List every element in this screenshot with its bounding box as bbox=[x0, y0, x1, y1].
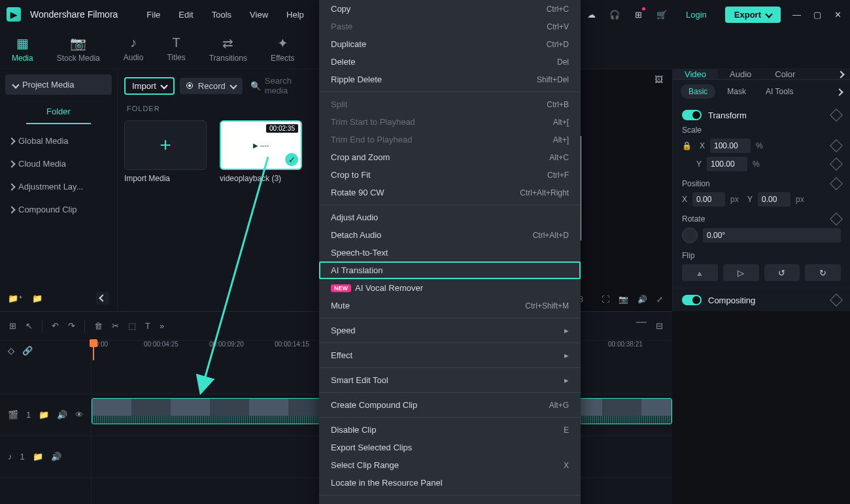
scale-x-input[interactable] bbox=[710, 139, 751, 153]
tab-video-props[interactable]: Video bbox=[673, 69, 718, 79]
ctx-smart-edit[interactable]: Smart Edit Tool▸ bbox=[319, 371, 581, 389]
keyframe-diamond-icon[interactable] bbox=[830, 109, 843, 122]
crop-icon[interactable]: ⬚ bbox=[128, 321, 136, 331]
ctx-crop-zoom[interactable]: Crop and ZoomAlt+C bbox=[319, 148, 581, 166]
apps-icon[interactable]: ⊞ bbox=[632, 8, 644, 20]
ctx-copy[interactable]: CopyCtrl+C bbox=[319, 0, 581, 18]
ctx-effect[interactable]: Effect▸ bbox=[319, 346, 581, 364]
scale-y-input[interactable] bbox=[707, 157, 747, 171]
compositing-toggle[interactable] bbox=[682, 295, 702, 305]
ctx-enable-snapping[interactable]: ✓Enable Timeline SnappingN bbox=[319, 499, 581, 504]
ctx-create-compound[interactable]: Create Compound ClipAlt+G bbox=[319, 396, 581, 414]
subtab-ai[interactable]: AI Tools bbox=[758, 84, 801, 99]
rotate-ccw-button[interactable]: ↺ bbox=[764, 264, 800, 281]
minimize-icon[interactable]: — bbox=[792, 10, 802, 19]
preview-image-icon[interactable]: 🖼 bbox=[654, 75, 663, 84]
snapshot-icon[interactable]: 📷 bbox=[619, 295, 628, 304]
export-button[interactable]: Export bbox=[725, 7, 781, 23]
cursor-icon[interactable]: ↖ bbox=[26, 321, 33, 331]
close-icon[interactable]: ✕ bbox=[834, 10, 843, 19]
menu-view[interactable]: View bbox=[250, 10, 268, 20]
flip-v-button[interactable]: ▷ bbox=[723, 264, 759, 281]
tab-effects[interactable]: ✦Effects bbox=[271, 35, 294, 63]
collapse-sidebar[interactable] bbox=[96, 292, 109, 305]
ctx-delete[interactable]: DeleteDel bbox=[319, 53, 581, 71]
ctx-speech-to-text[interactable]: Speech-to-Text bbox=[319, 244, 581, 261]
volume-icon[interactable]: 🔊 bbox=[57, 410, 67, 420]
maximize-icon[interactable]: ▢ bbox=[813, 10, 823, 19]
layout-icon[interactable]: ⊟ bbox=[656, 321, 663, 331]
tab-media[interactable]: ▦Media bbox=[12, 35, 33, 63]
ctx-ai-vocal-remover[interactable]: NEWAI Vocal Remover bbox=[319, 279, 581, 297]
lock-icon[interactable]: 🔒 bbox=[682, 141, 692, 150]
ctx-duplicate[interactable]: DuplicateCtrl+D bbox=[319, 35, 581, 53]
headphones-icon[interactable]: 🎧 bbox=[609, 8, 620, 20]
ctx-rotate-90[interactable]: Rotate 90 CWCtrl+Alt+Right bbox=[319, 184, 581, 201]
menu-edit[interactable]: Edit bbox=[178, 10, 193, 20]
video-track-label[interactable]: 🎬1 📁 🔊 👁 bbox=[0, 394, 91, 436]
pos-y-input[interactable] bbox=[758, 192, 790, 207]
cart-icon[interactable]: 🛒 bbox=[656, 8, 668, 20]
import-media-tile[interactable]: + Import Media bbox=[124, 120, 207, 183]
import-button[interactable]: Import bbox=[124, 77, 175, 95]
login-button[interactable]: Login bbox=[679, 7, 713, 22]
menu-file[interactable]: File bbox=[146, 10, 160, 20]
pos-x-input[interactable] bbox=[692, 192, 725, 207]
audio-track-label[interactable]: ♪1 📁 🔊 bbox=[0, 436, 91, 478]
ctx-disable-clip[interactable]: Disable ClipE bbox=[319, 421, 581, 439]
transform-toggle[interactable] bbox=[682, 110, 702, 120]
keyframe-diamond-icon[interactable] bbox=[830, 139, 843, 152]
tab-audio-props[interactable]: Audio bbox=[718, 69, 763, 79]
sidebar-item-cloud[interactable]: Cloud Media bbox=[0, 152, 117, 175]
rotate-input[interactable] bbox=[703, 228, 841, 243]
tab-titles[interactable]: TTitles bbox=[167, 35, 185, 62]
cloud-icon[interactable]: ☁ bbox=[585, 8, 597, 20]
sidebar-item-compound[interactable]: Compound Clip bbox=[0, 198, 117, 221]
ctx-speed[interactable]: Speed▸ bbox=[319, 322, 581, 339]
mixer-icon[interactable]: ⎺⎺ bbox=[636, 321, 647, 331]
ctx-ripple-delete[interactable]: Ripple DeleteShift+Del bbox=[319, 71, 581, 88]
ctx-select-range[interactable]: Select Clip RangeX bbox=[319, 456, 581, 474]
cut-icon[interactable]: ✂ bbox=[112, 321, 119, 331]
text-icon[interactable]: T bbox=[145, 321, 150, 331]
flip-h-button[interactable]: ⟁ bbox=[682, 264, 718, 281]
ctx-detach-audio[interactable]: Detach AudioCtrl+Alt+D bbox=[319, 226, 581, 244]
screen-icon[interactable]: ⛶ bbox=[602, 295, 609, 304]
tab-color-props[interactable]: Color bbox=[763, 69, 807, 79]
search-input[interactable]: 🔍 Search media bbox=[250, 76, 313, 95]
volume-icon[interactable]: 🔊 bbox=[51, 452, 61, 462]
rotate-cw-button[interactable]: ↻ bbox=[805, 264, 841, 281]
menu-tools[interactable]: Tools bbox=[212, 10, 231, 20]
undo-icon[interactable]: ↶ bbox=[52, 321, 59, 331]
marker-icon[interactable]: ◇ bbox=[8, 346, 14, 356]
grid-icon[interactable]: ⊞ bbox=[9, 321, 16, 331]
fullscreen-icon[interactable]: ⤢ bbox=[656, 295, 663, 304]
more-icon[interactable]: » bbox=[160, 321, 164, 331]
ctx-ai-translation[interactable]: AI Translation bbox=[319, 261, 581, 279]
redo-icon[interactable]: ↷ bbox=[68, 321, 75, 331]
keyframe-diamond-icon[interactable] bbox=[830, 212, 843, 226]
ctx-crop-fit[interactable]: Crop to FitCtrl+F bbox=[319, 166, 581, 184]
tab-stock[interactable]: 📷Stock Media bbox=[57, 35, 100, 63]
chevron-right-icon[interactable] bbox=[837, 87, 842, 97]
ctx-mute[interactable]: MuteCtrl+Shift+M bbox=[319, 297, 581, 314]
subtab-basic[interactable]: Basic bbox=[681, 84, 715, 99]
folder-icon[interactable]: 📁 bbox=[32, 294, 42, 303]
sidebar-item-global[interactable]: Global Media bbox=[0, 129, 117, 152]
volume-icon[interactable]: 🔊 bbox=[638, 295, 647, 304]
keyframe-diamond-icon[interactable] bbox=[830, 177, 843, 190]
folder-icon[interactable]: 📁 bbox=[33, 452, 43, 462]
ctx-adjust-audio[interactable]: Adjust Audio bbox=[319, 209, 581, 226]
tab-audio[interactable]: ♪Audio bbox=[124, 35, 144, 62]
playhead[interactable] bbox=[93, 341, 94, 360]
rotate-dial[interactable] bbox=[682, 227, 698, 243]
sidebar-item-adjustment[interactable]: Adjustment Lay... bbox=[0, 175, 117, 198]
media-clip-1[interactable]: 00:02:35 ▶ ---- ✓ videoplayback (3) bbox=[220, 120, 302, 183]
eye-icon[interactable]: 👁 bbox=[75, 410, 84, 420]
chevron-right-icon[interactable] bbox=[832, 69, 850, 79]
tab-transitions[interactable]: ⇄Transitions bbox=[209, 35, 247, 63]
delete-icon[interactable]: 🗑 bbox=[94, 321, 103, 331]
subtab-mask[interactable]: Mask bbox=[719, 84, 754, 99]
ctx-locate[interactable]: Locate in the Resource Panel bbox=[319, 474, 581, 492]
folder-tab[interactable]: Folder bbox=[26, 100, 91, 124]
